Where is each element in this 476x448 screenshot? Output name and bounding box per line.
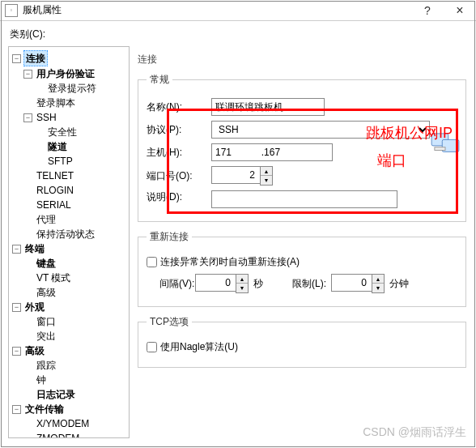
watermark: CSDN @烟雨话浮生 (363, 425, 466, 440)
interval-input[interactable] (195, 274, 236, 292)
interval-label: 间隔(V): (147, 277, 195, 291)
auto-reconnect-label: 连接异常关闭时自动重新连接(A) (160, 255, 300, 269)
spin-up-icon[interactable]: ▲ (261, 167, 272, 176)
tree-advanced[interactable]: 高级 (23, 285, 127, 300)
general-legend: 常规 (147, 73, 172, 87)
seconds-label: 秒 (253, 277, 263, 291)
tree-login-prompt[interactable]: 登录提示符 (35, 81, 127, 96)
tree-auth[interactable]: −用户身份验证 (23, 66, 127, 81)
tree-vtmode[interactable]: VT 模式 (23, 271, 127, 285)
desc-textarea[interactable] (211, 190, 397, 208)
tree-ssh[interactable]: −SSH (23, 110, 127, 125)
host-label: 主机(H): (147, 146, 211, 160)
panes: −连接 −用户身份验证 登录提示符 登录脚本 −SSH 安全性 隧道 SFTP (8, 46, 468, 438)
tree-serial[interactable]: SERIAL (23, 198, 127, 212)
svg-rect-2 (435, 147, 445, 151)
name-label: 名称(N): (147, 100, 211, 114)
tree-xymodem[interactable]: X/YMODEM (23, 416, 127, 431)
titlebar: ▫ 服机属性 ? × (0, 0, 476, 21)
port-spinner[interactable]: ▲▼ (260, 166, 273, 186)
computer-icon (430, 132, 461, 156)
spin-down-icon[interactable]: ▼ (236, 284, 248, 292)
content: 类别(C): −连接 −用户身份验证 登录提示符 登录脚本 −SSH 安全性 隧… (0, 21, 476, 446)
tree-bell[interactable]: 钟 (23, 373, 127, 387)
form-pane: 连接 常规 名称(N): 协议(P): SSH 主机(H): 端口号(O): (136, 46, 468, 438)
reconnect-group: 重新连接 连接异常关闭时自动重新连接(A) 间隔(V): ▲▼ 秒 限制(L): (138, 230, 466, 307)
spin-down-icon[interactable]: ▼ (261, 176, 272, 185)
name-input[interactable] (211, 98, 325, 116)
reconnect-legend: 重新连接 (147, 230, 192, 244)
desc-label: 说明(D): (147, 190, 211, 204)
tree-security[interactable]: 安全性 (35, 125, 127, 139)
host-input[interactable] (211, 143, 333, 161)
category-label: 类别(C): (10, 28, 468, 41)
tree-sftp[interactable]: SFTP (35, 154, 127, 169)
tree-keyboard[interactable]: 键盘 (23, 256, 127, 271)
tree-advanced2[interactable]: −高级 (12, 343, 127, 358)
tcp-group: TCP选项 使用Nagle算法(U) (138, 315, 466, 368)
tree-rlogin[interactable]: RLOGIN (23, 183, 127, 198)
app-icon: ▫ (5, 4, 18, 17)
auto-reconnect-checkbox[interactable] (147, 257, 157, 267)
spin-up-icon[interactable]: ▲ (372, 275, 384, 284)
tree-telnet[interactable]: TELNET (23, 169, 127, 183)
tree-zmodem[interactable]: ZMODEM (23, 431, 127, 438)
section-title: 连接 (138, 53, 466, 66)
tree-highlight[interactable]: 突出 (23, 329, 127, 343)
limit-spinner[interactable]: ▲▼ (372, 274, 385, 293)
nagle-checkbox[interactable] (147, 342, 157, 352)
window-title: 服机属性 (23, 3, 411, 17)
tree-tunnel[interactable]: 隧道 (35, 139, 127, 154)
tree-terminal[interactable]: −终端 (12, 241, 127, 256)
tree-login-script[interactable]: 登录脚本 (23, 96, 127, 110)
tree-window[interactable]: 窗口 (23, 314, 127, 329)
tree-keepalive[interactable]: 保持活动状态 (23, 227, 127, 241)
tree-trace[interactable]: 跟踪 (23, 358, 127, 373)
tree-proxy[interactable]: 代理 (23, 212, 127, 227)
limit-label: 限制(L): (292, 277, 326, 291)
nagle-label: 使用Nagle算法(U) (160, 340, 238, 354)
spin-up-icon[interactable]: ▲ (236, 275, 248, 284)
close-button[interactable]: × (444, 0, 476, 21)
tree-logging[interactable]: 日志记录 (23, 387, 127, 402)
protocol-select[interactable]: SSH (211, 121, 430, 139)
minutes-label: 分钟 (389, 277, 409, 291)
interval-spinner[interactable]: ▲▼ (236, 274, 249, 293)
general-group: 常规 名称(N): 协议(P): SSH 主机(H): 端口号(O): ▲▼ (138, 73, 466, 222)
limit-input[interactable] (331, 274, 372, 292)
help-button[interactable]: ? (411, 0, 444, 21)
tree-filetransfer[interactable]: −文件传输 (12, 402, 127, 416)
titlebar-buttons: ? × (411, 0, 476, 21)
port-label: 端口号(O): (147, 169, 211, 183)
protocol-label: 协议(P): (147, 123, 211, 137)
tree-connection[interactable]: −连接 (12, 50, 127, 66)
spin-down-icon[interactable]: ▼ (372, 284, 384, 292)
category-tree[interactable]: −连接 −用户身份验证 登录提示符 登录脚本 −SSH 安全性 隧道 SFTP (8, 46, 130, 438)
tree-appearance[interactable]: −外观 (12, 300, 127, 314)
tcp-legend: TCP选项 (147, 315, 192, 329)
port-input[interactable] (211, 166, 260, 184)
